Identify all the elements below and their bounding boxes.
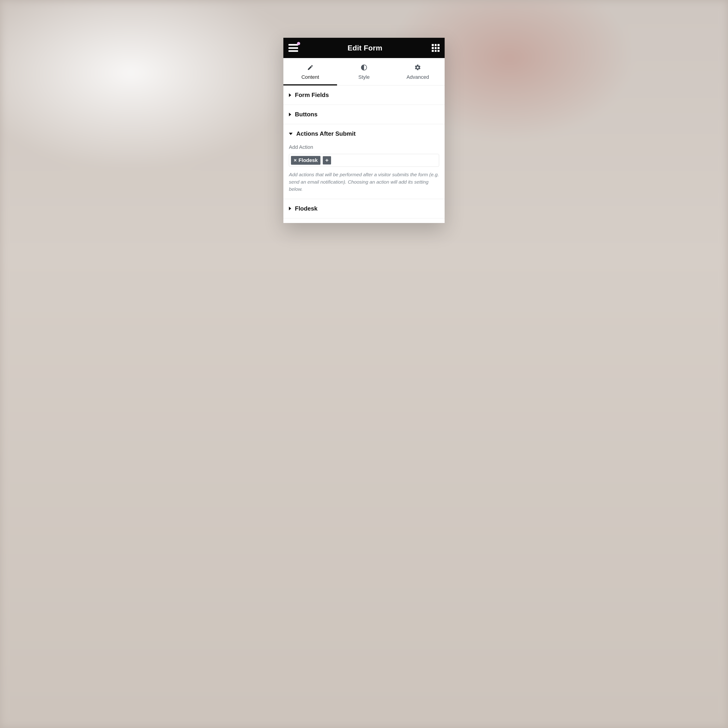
tag-label: Flodesk bbox=[298, 158, 318, 163]
remove-tag-button[interactable]: × bbox=[294, 158, 297, 163]
pencil-icon bbox=[307, 64, 314, 71]
tab-label: Content bbox=[301, 74, 319, 80]
section-toggle-actions-after-submit[interactable]: Actions After Submit bbox=[289, 130, 439, 137]
caret-right-icon bbox=[289, 206, 291, 210]
spacer bbox=[283, 219, 445, 223]
section-title: Flodesk bbox=[295, 205, 317, 212]
grid-dot-icon bbox=[435, 47, 437, 49]
caret-down-icon bbox=[289, 133, 292, 135]
action-tags-input[interactable]: × Flodesk + bbox=[289, 154, 439, 167]
caret-right-icon bbox=[289, 93, 291, 97]
apps-button[interactable] bbox=[432, 44, 440, 52]
section-buttons: Buttons bbox=[283, 105, 445, 124]
action-tag-flodesk: × Flodesk bbox=[291, 156, 320, 165]
panel-title: Edit Form bbox=[347, 44, 382, 52]
section-flodesk: Flodesk bbox=[283, 199, 445, 219]
grid-dot-icon bbox=[432, 50, 434, 52]
section-toggle-flodesk[interactable]: Flodesk bbox=[289, 205, 439, 212]
plus-icon: + bbox=[325, 157, 329, 164]
gear-icon bbox=[414, 64, 421, 71]
menu-button[interactable] bbox=[288, 44, 298, 52]
grid-dot-icon bbox=[432, 47, 434, 49]
tab-label: Style bbox=[358, 74, 370, 80]
grid-dot-icon bbox=[432, 44, 434, 46]
add-action-button[interactable]: + bbox=[323, 156, 331, 165]
panel-header: Edit Form bbox=[283, 38, 445, 58]
grid-dot-icon bbox=[435, 50, 437, 52]
help-text: Add actions that will be performed after… bbox=[289, 171, 439, 193]
hamburger-bar-icon bbox=[288, 50, 298, 52]
section-form-fields: Form Fields bbox=[283, 86, 445, 105]
grid-dot-icon bbox=[437, 50, 440, 52]
grid-dot-icon bbox=[435, 44, 437, 46]
hamburger-bar-icon bbox=[288, 47, 298, 49]
caret-right-icon bbox=[289, 113, 291, 116]
field-label-add-action: Add Action bbox=[289, 144, 439, 150]
editor-panel: Edit Form Content Style Advanced bbox=[283, 38, 445, 223]
tabs: Content Style Advanced bbox=[283, 58, 445, 86]
tab-content[interactable]: Content bbox=[283, 58, 337, 85]
section-title: Form Fields bbox=[295, 92, 329, 99]
grid-dot-icon bbox=[437, 47, 440, 49]
contrast-icon bbox=[361, 64, 367, 71]
section-actions-after-submit: Actions After Submit Add Action × Flodes… bbox=[283, 124, 445, 199]
section-title: Buttons bbox=[295, 111, 317, 118]
section-toggle-buttons[interactable]: Buttons bbox=[289, 111, 439, 118]
section-body: Add Action × Flodesk + Add actions that … bbox=[289, 137, 439, 193]
tab-advanced[interactable]: Advanced bbox=[391, 58, 445, 85]
hamburger-bar-icon bbox=[288, 44, 298, 46]
tab-label: Advanced bbox=[406, 74, 429, 80]
section-toggle-form-fields[interactable]: Form Fields bbox=[289, 92, 439, 99]
tab-style[interactable]: Style bbox=[337, 58, 391, 85]
notification-dot-icon bbox=[297, 42, 300, 45]
section-title: Actions After Submit bbox=[296, 130, 356, 137]
grid-dot-icon bbox=[437, 44, 440, 46]
